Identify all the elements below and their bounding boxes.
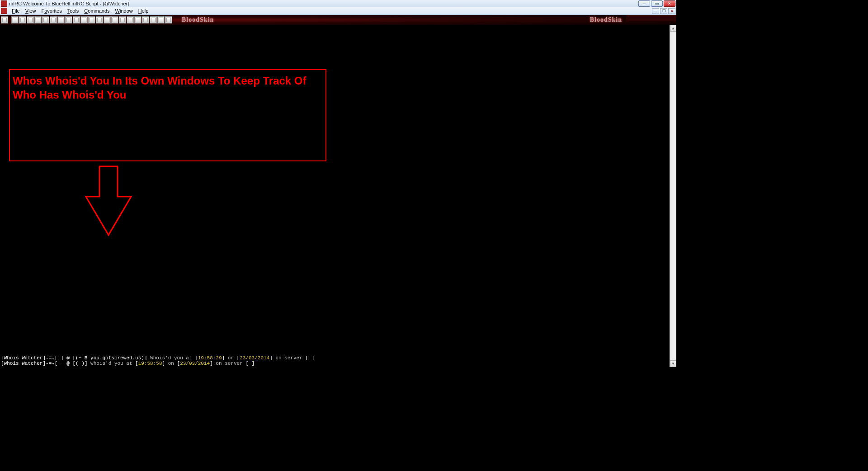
vertical-scrollbar[interactable]: ▲ ▼: [670, 25, 676, 367]
switchbar-item[interactable]: [73, 16, 80, 24]
menu-commands[interactable]: Commands: [81, 8, 112, 14]
switchbar-item[interactable]: [134, 16, 142, 24]
switchbar-item[interactable]: [150, 16, 157, 24]
watcher-window: Whos Whois'd You In Its Own Windows To K…: [0, 25, 670, 367]
switchbar-item[interactable]: [27, 16, 34, 24]
switchbar-item[interactable]: [96, 16, 103, 24]
menubar: File View Favorites Tools Commands Windo…: [0, 7, 676, 15]
log-line: [Whois Watcher]-=-[ _ @ [( )] Whois'd yo…: [1, 361, 669, 366]
switchbar-item[interactable]: [88, 16, 95, 24]
app-window: mIRC Welcome To BlueHell mIRC Script - […: [0, 0, 676, 367]
scroll-track[interactable]: [670, 32, 676, 360]
titlebar[interactable]: mIRC Welcome To BlueHell mIRC Script - […: [0, 0, 676, 7]
whois-log: [Whois Watcher]-=-[ ] @ [(~ B you.gotscr…: [0, 355, 670, 367]
close-button[interactable]: ✕: [664, 0, 675, 7]
menu-favorites[interactable]: Favorites: [38, 8, 64, 14]
switchbar-item[interactable]: [157, 16, 165, 24]
switchbar-item[interactable]: [127, 16, 134, 24]
mdi-restore-button[interactable]: ❐: [660, 8, 667, 14]
app-icon: [1, 0, 7, 7]
switchbar-item[interactable]: [42, 16, 49, 24]
maximize-button[interactable]: ▭: [651, 0, 663, 7]
switchbar-item[interactable]: [119, 16, 126, 24]
skin-brand-left: BloodSkin: [182, 16, 214, 24]
mdi-buttons: ─ ❐ ✕: [652, 8, 675, 14]
switchbar-item[interactable]: [80, 16, 88, 24]
menu-window[interactable]: Window: [113, 8, 136, 14]
annotation-text: Whos Whois'd You In Its Own Windows To K…: [13, 74, 323, 102]
window-title: mIRC Welcome To BlueHell mIRC Script - […: [9, 1, 638, 6]
switchbar-item[interactable]: [11, 16, 19, 24]
switchbar-item[interactable]: [19, 16, 26, 24]
toolbar-right-panel: [627, 15, 676, 21]
mdi-child-icon[interactable]: [1, 8, 7, 14]
annotation-callout-box: Whos Whois'd You In Its Own Windows To K…: [9, 69, 326, 161]
switchbar-item[interactable]: [165, 16, 172, 24]
switchbar-item[interactable]: [142, 16, 149, 24]
scroll-down-button[interactable]: ▼: [670, 360, 676, 367]
mdi-close-button[interactable]: ✕: [668, 8, 675, 14]
switchbar-item[interactable]: [104, 16, 111, 24]
minimize-button[interactable]: ─: [638, 0, 650, 7]
scroll-up-button[interactable]: ▲: [670, 25, 676, 32]
skin-brand-right: BloodSkin: [590, 16, 622, 24]
mdi-minimize-button[interactable]: ─: [652, 8, 659, 14]
switchbar-item[interactable]: [34, 16, 42, 24]
switchbar-item[interactable]: [50, 16, 57, 24]
switchbar-item[interactable]: [1, 16, 8, 24]
log-line: [Whois Watcher]-=-[ ] @ [(~ B you.gotscr…: [1, 355, 669, 361]
switchbar-item[interactable]: [111, 16, 118, 24]
menu-file[interactable]: File: [9, 8, 23, 14]
arrow-down-icon: [84, 165, 133, 237]
client-area: Whos Whois'd You In Its Own Windows To K…: [0, 25, 676, 367]
switchbar-item[interactable]: [57, 16, 65, 24]
switchbar-item[interactable]: [65, 16, 72, 24]
switchbar: BloodSkin BloodSkin: [0, 15, 676, 25]
menu-tools[interactable]: Tools: [65, 8, 82, 14]
menu-view[interactable]: View: [23, 8, 39, 14]
menu-help[interactable]: Help: [136, 8, 151, 14]
window-buttons: ─ ▭ ✕: [638, 0, 675, 7]
